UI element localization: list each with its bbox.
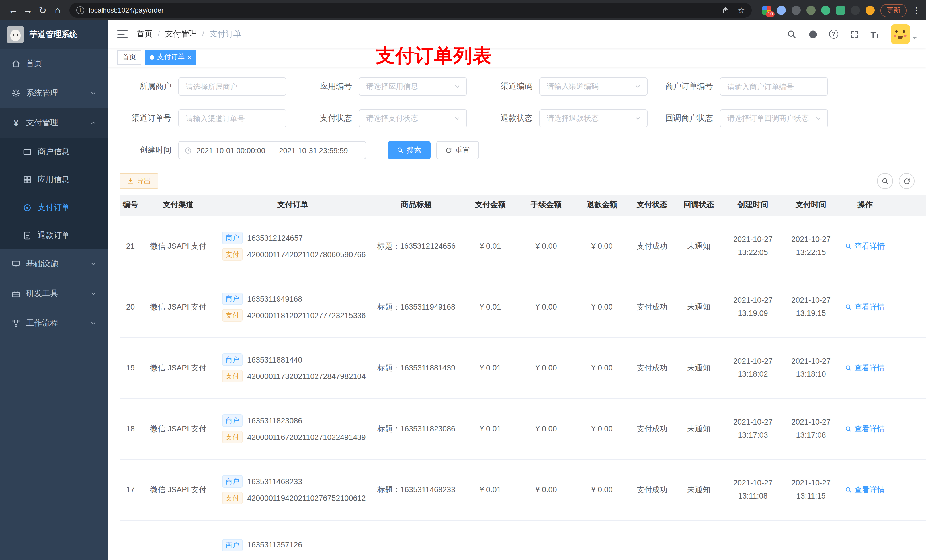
create-time-range-picker[interactable]: 2021-10-01 00:00:00 - 2021-10-31 23:59:5…: [178, 141, 366, 159]
filter-label: 所属商户: [120, 82, 178, 92]
extension-icon[interactable]: [777, 6, 786, 15]
extension-icon[interactable]: 10: [762, 6, 771, 15]
bookmark-star-icon[interactable]: ☆: [738, 6, 745, 15]
url-text[interactable]: localhost:1024/pay/order: [89, 6, 164, 14]
pay-tag: 支付: [222, 431, 243, 443]
merchant-order-no: 1635311357126: [247, 540, 302, 549]
extension-icon[interactable]: [791, 6, 801, 15]
cell-title: 标题：1635311468233: [370, 459, 462, 520]
sidebar-item-workflow[interactable]: 工作流程: [0, 308, 108, 338]
column-header: 商品标题: [370, 195, 462, 216]
breadcrumb-home[interactable]: 首页: [137, 29, 165, 39]
cell-amount: ¥ 0.01: [462, 398, 518, 459]
chevron-down-icon: [90, 320, 97, 327]
channel-order-no-input[interactable]: [178, 109, 286, 127]
cell-id: 20: [120, 276, 141, 338]
export-button[interactable]: 导出: [120, 173, 158, 189]
github-icon[interactable]: [808, 29, 817, 39]
notify-status-select[interactable]: 请选择订单回调商户状态: [720, 109, 828, 127]
search-icon: [845, 426, 852, 432]
sidebar-item-payment[interactable]: ¥ 支付管理: [0, 108, 108, 138]
help-icon[interactable]: ?: [829, 30, 838, 39]
pay-status-select[interactable]: 请选择支付状态: [359, 109, 467, 127]
channel-code-select[interactable]: 请输入渠道编码: [539, 77, 648, 96]
sidebar-item-pay-order[interactable]: 支付订单: [0, 193, 108, 221]
address-bar[interactable]: i localhost:1024/pay/order ☆: [70, 3, 752, 18]
date-end[interactable]: 2021-10-31 23:59:59: [279, 146, 348, 154]
fullscreen-icon[interactable]: [849, 29, 859, 39]
avatar[interactable]: [891, 24, 910, 44]
merchant-order-no: 1635312124657: [247, 234, 303, 242]
reset-button[interactable]: 重置: [436, 141, 479, 159]
refund-status-select[interactable]: 请选择退款状态: [539, 109, 648, 127]
table-toolbar: 导出: [120, 173, 915, 189]
chevron-down-icon: [90, 290, 97, 297]
merchant-order-no-input[interactable]: [720, 77, 828, 96]
view-detail-link[interactable]: 查看详情: [845, 485, 885, 495]
column-header: 支付时间: [782, 195, 840, 216]
column-header: 手续金额: [518, 195, 574, 216]
sidebar-item-dev-tools[interactable]: 研发工具: [0, 279, 108, 308]
merchant-order-no: 1635311823086: [247, 416, 302, 425]
toggle-search-button[interactable]: [877, 173, 893, 189]
search-icon: [845, 365, 852, 371]
merchant-tag: 商户: [222, 293, 243, 305]
view-detail-link[interactable]: 查看详情: [845, 302, 885, 312]
browser-menu-icon[interactable]: ⋮: [912, 6, 920, 15]
orders-table-wrap: 编号 支付渠道 支付订单 商品标题 支付金额 手续金额 退款金额 支付状态 回调…: [120, 195, 926, 560]
search-filter-form: 所属商户 应用编号 请选择应用信息 渠道编码: [120, 77, 915, 159]
orders-table: 编号 支付渠道 支付订单 商品标题 支付金额 手续金额 退款金额 支付状态 回调…: [120, 195, 926, 560]
close-icon[interactable]: ×: [188, 54, 191, 60]
chevron-down-icon: [634, 83, 641, 90]
tag-home[interactable]: 首页: [117, 50, 141, 65]
chevron-down-icon: [90, 90, 97, 97]
browser-update-button[interactable]: 更新: [881, 4, 906, 17]
breadcrumb-payment[interactable]: 支付管理: [165, 29, 210, 39]
search-button[interactable]: 搜索: [388, 141, 431, 159]
site-info-icon[interactable]: i: [76, 6, 84, 14]
sidebar-item-home[interactable]: 首页: [0, 49, 108, 78]
browser-home-button[interactable]: ⌂: [50, 5, 65, 15]
browser-forward-button[interactable]: →: [21, 5, 35, 15]
user-avatar-dropdown[interactable]: [891, 24, 917, 44]
extension-icon[interactable]: [821, 6, 830, 15]
filter-label: 支付状态: [300, 113, 359, 124]
view-detail-link[interactable]: 查看详情: [845, 363, 885, 373]
annotation-title: 支付订单列表: [376, 43, 492, 69]
cell-amount: ¥ 0.01: [462, 338, 518, 398]
column-header: 退款金额: [574, 195, 630, 216]
view-detail-link[interactable]: 查看详情: [845, 424, 885, 434]
merchant-tag: 商户: [222, 414, 243, 427]
filter-channel-code: 渠道编码 请输入渠道编码: [481, 77, 648, 96]
extension-icon[interactable]: [865, 6, 875, 15]
cell-refund: ¥ 0.00: [574, 276, 630, 338]
browser-back-button[interactable]: ←: [6, 5, 21, 15]
date-start[interactable]: 2021-10-01 00:00:00: [197, 146, 265, 154]
share-icon[interactable]: [722, 6, 730, 14]
view-detail-link[interactable]: 查看详情: [845, 241, 885, 251]
refresh-table-button[interactable]: [899, 173, 915, 189]
sidebar-item-refund-order[interactable]: 退款订单: [0, 221, 108, 249]
sidebar-item-merchant-info[interactable]: 商户信息: [0, 138, 108, 166]
cell-title: 标题：1635311949168: [370, 276, 462, 338]
app-select[interactable]: 请选择应用信息: [359, 77, 467, 96]
pay-order-no: 4200001174202110278060590766: [247, 250, 366, 259]
merchant-input[interactable]: [178, 77, 286, 96]
extension-icon[interactable]: [836, 6, 845, 15]
filter-label: 渠道编码: [481, 82, 539, 92]
cell-pay-time: 2021-10-27 13:17:08: [782, 398, 840, 459]
sidebar-item-system[interactable]: 系统管理: [0, 78, 108, 108]
filter-app-no: 应用编号 请选择应用信息: [300, 77, 467, 96]
sidebar-item-infra[interactable]: 基础设施: [0, 249, 108, 279]
sidebar-item-app-info[interactable]: 应用信息: [0, 166, 108, 193]
sidebar-toggle-icon[interactable]: [117, 30, 127, 38]
app-logo[interactable]: 芋道管理系统: [0, 21, 108, 49]
active-dot: [150, 55, 154, 59]
grid-icon: [23, 175, 32, 184]
tag-pay-order[interactable]: 支付订单 ×: [145, 50, 197, 65]
search-icon[interactable]: [787, 29, 796, 39]
font-size-icon[interactable]: TT: [870, 29, 879, 39]
browser-reload-button[interactable]: ↻: [35, 5, 50, 16]
extension-icon[interactable]: [851, 6, 860, 15]
extension-icon[interactable]: [806, 6, 816, 15]
